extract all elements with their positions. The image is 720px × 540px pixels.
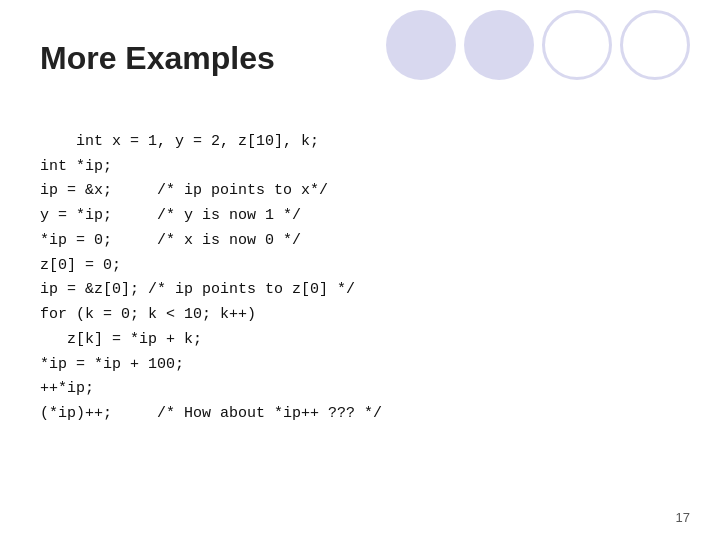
slide: More Examples int x = 1, y = 2, z[10], k…: [0, 0, 720, 540]
decorative-circles: [386, 10, 690, 80]
code-line-8: for (k = 0; k < 10; k++): [40, 306, 256, 323]
code-line-10: *ip = *ip + 100;: [40, 356, 184, 373]
code-line-11: ++*ip;: [40, 380, 94, 397]
circle-1: [386, 10, 456, 80]
code-line-5: *ip = 0; /* x is now 0 */: [40, 232, 301, 249]
circle-3: [542, 10, 612, 80]
code-block: int x = 1, y = 2, z[10], k; int *ip; ip …: [40, 105, 680, 452]
page-number: 17: [676, 510, 690, 525]
code-line-9: z[k] = *ip + k;: [40, 331, 202, 348]
code-line-2: int *ip;: [40, 158, 112, 175]
code-line-1: int x = 1, y = 2, z[10], k;: [76, 133, 319, 150]
code-line-6: z[0] = 0;: [40, 257, 121, 274]
code-line-4: y = *ip; /* y is now 1 */: [40, 207, 301, 224]
circle-4: [620, 10, 690, 80]
circle-2: [464, 10, 534, 80]
code-line-7: ip = &z[0]; /* ip points to z[0] */: [40, 281, 355, 298]
code-line-3: ip = &x; /* ip points to x*/: [40, 182, 328, 199]
code-line-12: (*ip)++; /* How about *ip++ ??? */: [40, 405, 382, 422]
